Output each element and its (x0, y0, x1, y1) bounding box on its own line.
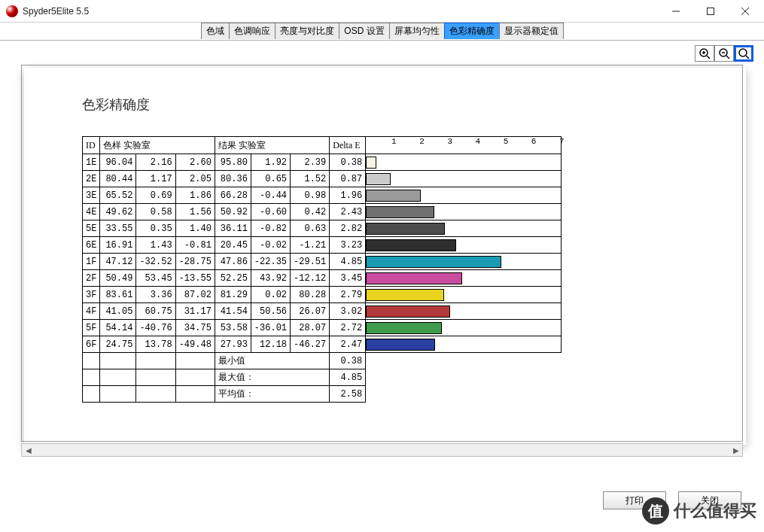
bar (366, 157, 376, 169)
svg-rect-1 (708, 8, 714, 14)
th-sample: 色样 实验室 (100, 137, 215, 154)
minimize-button[interactable] (659, 0, 693, 23)
app-icon (6, 5, 18, 17)
zoom-fit-button[interactable] (734, 45, 753, 62)
maximize-button[interactable] (693, 0, 728, 23)
table-row: 1E96.042.162.6095.801.922.390.38 (83, 154, 562, 171)
bar (366, 256, 501, 268)
zoom-toolbar (695, 45, 753, 62)
summary-row: 最小值0.38 (83, 353, 562, 369)
tab-1[interactable]: 色调响应 (229, 23, 275, 39)
close-button[interactable] (728, 0, 762, 23)
bar (366, 306, 450, 318)
svg-line-9 (726, 56, 729, 59)
bar (366, 190, 421, 202)
data-table: ID色样 实验室结果 实验室Delta E12345671E96.042.162… (82, 136, 562, 403)
scroll-left-arrow[interactable]: ◀ (22, 444, 35, 456)
watermark: 值 什么值得买 (642, 497, 756, 524)
bar (366, 289, 444, 301)
horizontal-scrollbar[interactable]: ◀ ▶ (21, 443, 743, 457)
watermark-text: 什么值得买 (674, 500, 756, 522)
table-row: 3F83.613.3687.0281.290.0280.282.79 (83, 287, 562, 303)
bar (366, 223, 445, 235)
table-row: 5E33.550.351.4036.11-0.820.632.82 (83, 220, 562, 237)
bar (366, 322, 442, 334)
table-row: 6E16.911.43-0.8120.45-0.02-1.213.23 (83, 237, 562, 254)
th-id: ID (83, 137, 100, 154)
table-row: 2F50.4953.45-13.5552.2543.92-12.123.45 (83, 270, 562, 287)
watermark-logo: 值 (642, 497, 669, 524)
bar (366, 339, 435, 351)
window-title: Spyder5Elite 5.5 (23, 6, 89, 17)
tab-5[interactable]: 色彩精确度 (444, 23, 500, 39)
tab-0[interactable]: 色域 (201, 23, 230, 39)
bar (366, 173, 390, 185)
section-title: 色彩精确度 (82, 96, 697, 114)
tab-6[interactable]: 显示器额定值 (499, 23, 564, 39)
svg-line-12 (746, 56, 749, 59)
bar (366, 206, 434, 218)
svg-point-11 (739, 49, 747, 56)
zoom-in-button[interactable] (695, 45, 714, 62)
titlebar: Spyder5Elite 5.5 (0, 0, 764, 23)
table-row: 4E49.620.581.5650.92-0.600.422.43 (83, 204, 562, 220)
th-result: 结果 实验室 (215, 137, 329, 154)
tabstrip: 色域色调响应亮度与对比度OSD 设置屏幕均匀性色彩精确度显示器额定值 (0, 23, 764, 41)
th-delta: Delta E (330, 137, 366, 154)
scroll-right-arrow[interactable]: ▶ (729, 444, 742, 456)
bar (366, 272, 462, 284)
table-row: 5F54.14-40.7634.7553.58-36.0128.072.72 (83, 320, 562, 336)
svg-line-5 (707, 56, 710, 59)
summary-row: 最大值：4.85 (83, 369, 562, 386)
report-panel: 色彩精确度 ID色样 实验室结果 实验室Delta E12345671E96.0… (21, 65, 743, 442)
table-row: 1F47.12-32.52-28.7547.86-22.35-29.514.85 (83, 254, 562, 270)
tab-2[interactable]: 亮度与对比度 (275, 23, 339, 39)
bar (366, 239, 456, 251)
zoom-out-button[interactable] (714, 45, 734, 62)
table-row: 2E80.441.172.0580.360.651.520.87 (83, 171, 562, 187)
table-row: 3E65.520.691.8666.28-0.440.981.96 (83, 187, 562, 204)
th-chart: 1234567 (366, 137, 562, 154)
table-row: 4F41.0560.7531.1741.5450.5626.073.02 (83, 303, 562, 320)
table-row: 6F24.7513.78-49.4827.9312.18-46.272.47 (83, 336, 562, 353)
tab-4[interactable]: 屏幕均匀性 (389, 23, 445, 39)
tab-3[interactable]: OSD 设置 (339, 23, 389, 39)
summary-row: 平均值：2.58 (83, 386, 562, 403)
